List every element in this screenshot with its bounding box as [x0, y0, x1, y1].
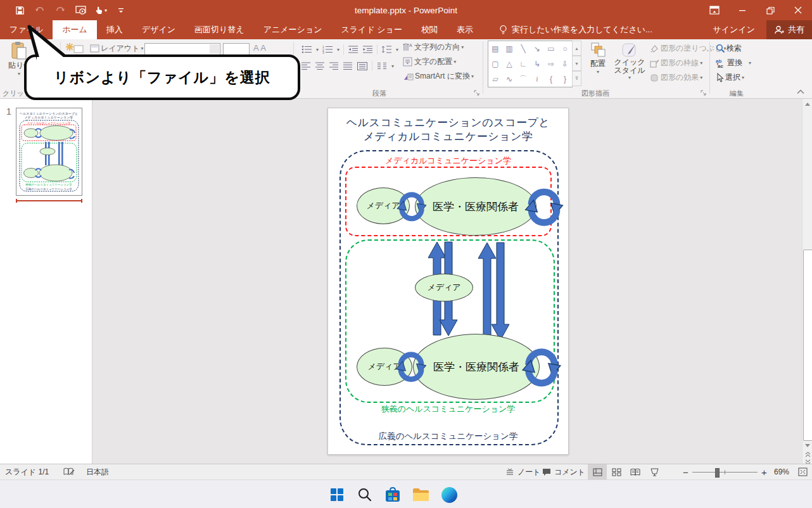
window-title: template.pptx - PowerPoint [0, 0, 812, 20]
tab-transitions[interactable]: 画面切り替え [185, 20, 254, 39]
shape-triangle-icon[interactable]: △ [502, 56, 516, 72]
tab-animations[interactable]: アニメーション [254, 20, 332, 39]
proofing-icon[interactable] [63, 464, 75, 479]
gallery-down-icon[interactable]: ▼ [572, 56, 581, 71]
ribbon-display-options-icon[interactable] [701, 0, 728, 20]
align-left-icon[interactable] [301, 62, 311, 70]
shape-arc-icon[interactable]: ⌒ [516, 72, 530, 87]
shape-right-brace-icon[interactable]: } [558, 72, 572, 87]
shape-rectangle-icon[interactable]: ▭ [544, 41, 558, 56]
curved-arrows[interactable] [328, 108, 568, 454]
gallery-up-icon[interactable]: ▲ [572, 41, 581, 56]
minimize-button[interactable] [728, 0, 756, 20]
align-text-icon [403, 57, 413, 67]
numbering-icon[interactable]: 123 [322, 45, 333, 54]
align-text-button[interactable]: 文字の配置▾ [403, 56, 456, 67]
slide-canvas[interactable]: ヘルスコミュニケーションのスコープと メディカルコミュニケーション学 メディカル… [327, 108, 569, 455]
vertical-scrollbar[interactable] [802, 99, 812, 464]
shape-freeform-icon[interactable]: ▱ [488, 72, 502, 87]
share-button[interactable]: 共有 [766, 20, 812, 39]
shape-down-arrow-icon[interactable]: ⇩ [558, 56, 572, 72]
shape-scribble-icon[interactable]: ∿ [502, 72, 516, 87]
zoom-percent[interactable]: 69% [774, 464, 789, 479]
start-button[interactable] [327, 485, 346, 504]
justify-icon[interactable] [343, 62, 353, 70]
zoom-in-button[interactable]: + [761, 464, 767, 479]
shape-left-brace-icon[interactable]: { [544, 72, 558, 87]
broad-scope-label[interactable]: 広義のヘルスコミュニケーション学 [328, 431, 568, 442]
lightbulb-icon [499, 25, 507, 35]
comments-button[interactable]: コメント [542, 464, 585, 479]
slide-indicator[interactable]: スライド 1/1 [5, 464, 49, 479]
columns-icon[interactable] [377, 62, 387, 70]
zoom-slider-thumb[interactable] [715, 468, 720, 478]
scrollbar-thumb[interactable] [803, 250, 812, 441]
restore-button[interactable] [756, 0, 784, 20]
shape-textbox-icon[interactable]: ▤ [488, 41, 502, 56]
tab-design[interactable]: デザイン [132, 20, 185, 39]
shape-gallery[interactable]: ▤ ▥ ╲ ↘ ▭ ○ ▢ △ ∟ ↳ ⇨ ⇩ ▱ ∿ ⌒ ≀ { } [488, 41, 573, 87]
replace-button[interactable]: abac 置換▾ [716, 58, 751, 68]
text-direction-button[interactable]: A 文字列の方向▾ [403, 42, 464, 53]
increase-indent-icon[interactable] [362, 45, 373, 54]
align-center-icon[interactable] [315, 62, 325, 70]
language-indicator[interactable]: 日本語 [86, 464, 109, 479]
shape-effects-button[interactable]: 図形の効果▾ [650, 72, 702, 83]
share-person-icon [774, 25, 784, 35]
tab-slideshow[interactable]: スライド ショー [331, 20, 411, 39]
close-button[interactable] [784, 0, 812, 20]
tab-insert[interactable]: 挿入 [97, 20, 132, 39]
drawing-dialog-launcher[interactable] [701, 89, 707, 96]
align-right-icon[interactable] [329, 62, 339, 70]
store-button[interactable] [383, 485, 402, 504]
slide-thumbnail[interactable]: ヘルスコミュニケーションのスコープと メディカルコミュニケーション学 メディカル… [16, 108, 82, 196]
decrease-indent-icon[interactable] [348, 45, 358, 54]
reading-view-button[interactable] [626, 464, 645, 479]
convert-smartart-button[interactable]: SmartArt に変換▾ [403, 71, 474, 82]
shape-curve-icon[interactable]: ≀ [530, 72, 544, 87]
sign-in-button[interactable]: サインイン [701, 24, 766, 35]
edge-button[interactable] [440, 485, 459, 504]
zoom-out-button[interactable]: − [683, 464, 688, 479]
distribute-icon[interactable] [357, 62, 367, 70]
slideshow-view-button[interactable] [645, 464, 664, 479]
bullets-icon[interactable] [301, 45, 312, 54]
search-button[interactable] [355, 485, 374, 504]
line-spacing-icon[interactable] [381, 45, 392, 54]
shape-oval-icon[interactable]: ○ [558, 41, 572, 56]
collapse-ribbon-icon[interactable] [797, 87, 804, 96]
find-button[interactable]: 検索 [716, 43, 742, 54]
shape-outline-button[interactable]: 図形の枠線▾ [650, 58, 702, 68]
slide-sorter-view-button[interactable] [607, 464, 626, 479]
shape-line-icon[interactable]: ╲ [516, 41, 530, 56]
scroll-down-icon[interactable] [803, 441, 812, 450]
notes-icon [505, 468, 514, 476]
shape-vertical-textbox-icon[interactable]: ▥ [502, 41, 516, 56]
shape-right-arrow-icon[interactable]: ⇨ [544, 56, 558, 72]
paragraph-dialog-launcher[interactable] [474, 89, 481, 96]
shape-arrow-line-icon[interactable]: ↘ [530, 41, 544, 56]
tab-view[interactable]: 表示 [447, 20, 483, 39]
view-buttons [588, 464, 664, 479]
scroll-up-icon[interactable] [803, 99, 812, 109]
select-button[interactable]: 選択▾ [716, 72, 744, 83]
shape-fill-button[interactable]: 図形の塗りつぶし▾ [650, 43, 726, 54]
svg-text:3: 3 [322, 51, 324, 54]
file-explorer-button[interactable] [411, 485, 430, 504]
tab-review[interactable]: 校閲 [412, 20, 447, 39]
quick-styles-button[interactable]: クイック スタイル ▾ [612, 42, 647, 80]
narrow-scope-label[interactable]: 狭義のヘルスコミュニケーション学 [328, 403, 568, 415]
normal-view-button[interactable] [588, 464, 607, 479]
shape-elbow-arrow-icon[interactable]: ↳ [530, 56, 544, 72]
shape-rounded-rect-icon[interactable]: ▢ [488, 56, 502, 72]
arrange-button[interactable]: 配置 ▾ [584, 42, 612, 75]
gallery-more-icon[interactable]: ⊽ [572, 71, 581, 86]
paragraph-group-label: 段落 [372, 89, 386, 98]
layout-button[interactable]: レイアウト ▾ [90, 43, 143, 54]
tell-me-box[interactable]: 実行したい作業を入力してください... [499, 20, 652, 39]
notes-button[interactable]: ノート [505, 464, 541, 479]
zoom-slider[interactable] [692, 464, 758, 479]
fit-slide-button[interactable] [798, 464, 808, 479]
grow-shrink-font-icons[interactable]: A A [253, 43, 266, 53]
shape-elbow-connector-icon[interactable]: ∟ [516, 56, 530, 72]
